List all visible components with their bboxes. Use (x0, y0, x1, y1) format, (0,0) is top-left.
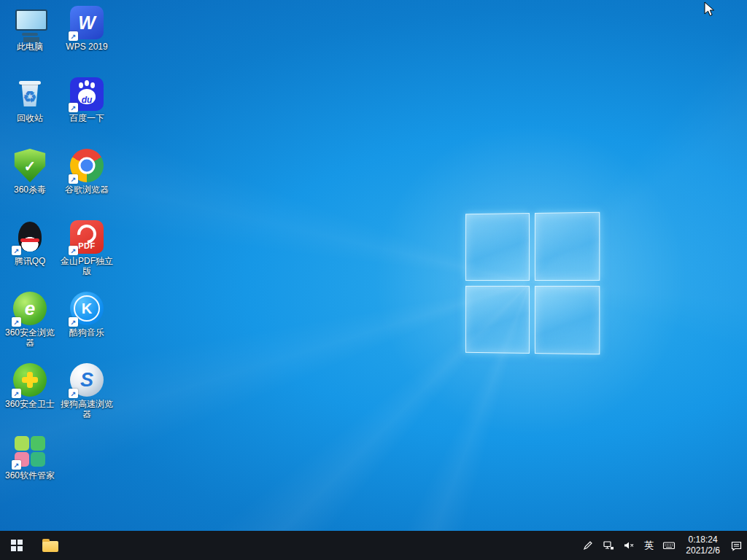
desktop-icon-kingsoft-pdf[interactable]: PDF ↗ 金山PDF独立版 (59, 219, 115, 290)
desktop-icon-tencent-qq[interactable]: ↗ 腾讯QQ (2, 219, 58, 290)
desktop-icon-label: 360安全浏览器 (2, 327, 58, 348)
desktop-icon-recycle-bin[interactable]: ♻ 回收站 (2, 76, 58, 147)
desktop-icon-label: 此电脑 (17, 42, 43, 52)
windows-logo-pane (465, 213, 529, 281)
clock-date: 2021/2/6 (686, 545, 720, 556)
baidu-search-icon: du ↗ (70, 77, 104, 111)
desktop-icon-baidu-search[interactable]: du ↗ 百度一下 (59, 76, 115, 147)
windows-start-icon (11, 540, 23, 551)
shortcut-arrow-icon: ↗ (12, 460, 21, 470)
windows-logo (465, 212, 600, 355)
desktop-icon-sogou-browser[interactable]: S ↗ 搜狗高速浏览器 (59, 362, 115, 433)
file-explorer-button[interactable] (34, 531, 67, 560)
desktop-icon-label: 腾讯QQ (15, 256, 46, 266)
folder-icon (42, 541, 58, 552)
this-pc-icon (13, 6, 47, 39)
desktop-icon-label: 搜狗高速浏览器 (59, 399, 115, 419)
ime-language-indicator[interactable]: 英 (640, 531, 658, 560)
shortcut-arrow-icon: ↗ (69, 174, 78, 184)
desktop-icon-label: 百度一下 (69, 113, 104, 123)
desktop-icon-label: 回收站 (17, 113, 43, 123)
touch-keyboard-button[interactable] (658, 531, 680, 560)
desktop-icon-360-software-manager[interactable]: ↗ 360软件管家 (2, 433, 58, 505)
desktop-icon-wps-2019[interactable]: W ↗ WPS 2019 (59, 4, 115, 76)
network-icon (603, 540, 614, 551)
shortcut-arrow-icon: ↗ (69, 246, 78, 255)
kingsoft-pdf-icon: PDF ↗ (70, 220, 104, 254)
tencent-qq-icon: ↗ (13, 220, 47, 254)
360-safety-guard-icon: ↗ (13, 363, 47, 397)
system-tray: 英 0:18:24 2021/2/6 (578, 531, 747, 560)
desktop-icon-label: WPS 2019 (66, 42, 107, 52)
sogou-browser-icon: S ↗ (70, 363, 104, 397)
start-button[interactable] (0, 531, 34, 560)
shortcut-arrow-icon: ↗ (12, 174, 21, 184)
desktop-icon-label: 360软件管家 (5, 470, 55, 481)
windows-logo-pane (465, 286, 529, 354)
kugou-music-icon: K ↗ (70, 292, 104, 325)
keyboard-icon (662, 540, 676, 551)
windows-logo-pane (534, 212, 600, 281)
desktop-icon-360-secure-browser[interactable]: e ↗ 360安全浏览器 (2, 290, 58, 362)
recycle-bin-icon: ♻ (13, 77, 47, 111)
desktop-icon-label: 360杀毒 (14, 184, 46, 195)
desktop-icon-this-pc[interactable]: 此电脑 (2, 4, 58, 76)
shortcut-arrow-icon: ↗ (12, 246, 21, 255)
windows-logo-pane (534, 286, 600, 354)
action-center-icon (730, 540, 743, 551)
shortcut-arrow-icon: ↗ (12, 389, 21, 398)
taskbar-clock[interactable]: 0:18:24 2021/2/6 (680, 531, 726, 560)
shortcut-arrow-icon: ↗ (69, 317, 78, 327)
shortcut-arrow-icon: ↗ (69, 31, 78, 41)
volume-muted-icon (623, 540, 635, 551)
google-chrome-icon: ↗ (70, 149, 104, 182)
volume-button[interactable] (619, 531, 640, 560)
360-antivirus-icon: ✓ ↗ (13, 149, 47, 182)
shortcut-arrow-icon: ↗ (69, 389, 78, 398)
taskbar: 英 0:18:24 2021/2/6 (0, 531, 747, 560)
shortcut-arrow-icon: ↗ (69, 103, 78, 112)
desktop-icon-kugou-music[interactable]: K ↗ 酷狗音乐 (59, 290, 115, 362)
desktop-icon-360-safety-guard[interactable]: ↗ 360安全卫士 (2, 362, 58, 433)
desktop-icon-label: 谷歌浏览器 (65, 184, 109, 195)
desktop-icon-google-chrome[interactable]: ↗ 谷歌浏览器 (59, 147, 115, 219)
desktop-icon-grid: 此电脑 ♻ 回收站 ✓ ↗ 360杀毒 ↗ 腾讯QQ e ↗ 360安全浏览器 … (1, 4, 115, 505)
desktop-icon-label: 酷狗音乐 (69, 327, 104, 338)
pen-input-button[interactable] (578, 531, 598, 560)
clock-time: 0:18:24 (686, 534, 720, 545)
pen-icon (582, 540, 594, 551)
wps-2019-icon: W ↗ (70, 6, 104, 39)
desktop-icon-label: 金山PDF独立版 (59, 256, 115, 276)
shortcut-arrow-icon: ↗ (12, 317, 21, 327)
360-secure-browser-icon: e ↗ (13, 292, 47, 325)
desktop-icon-360-antivirus[interactable]: ✓ ↗ 360杀毒 (2, 147, 58, 219)
network-button[interactable] (598, 531, 619, 560)
action-center-button[interactable] (726, 531, 747, 560)
360-software-manager-icon: ↗ (13, 435, 47, 468)
desktop-icon-label: 360安全卫士 (5, 399, 55, 409)
